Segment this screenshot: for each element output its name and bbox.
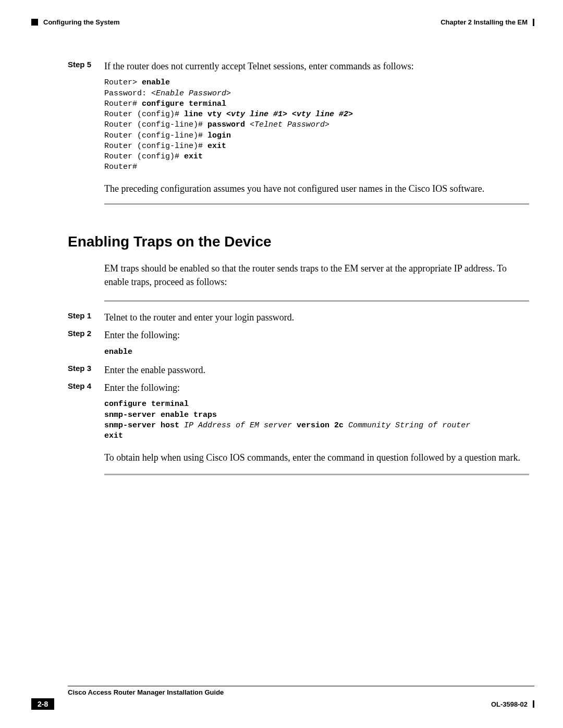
footer-bar-icon [533,700,534,708]
step-label: Step 3 [68,364,104,376]
step-2: Step 2 Enter the following: [68,329,529,341]
step-text: Enter the following: [104,381,180,394]
step-text: Enter the enable password. [104,364,205,376]
document-id: OL-3598-02 [491,700,534,708]
page-header: Configuring the System Chapter 2 Install… [31,18,534,26]
header-left: Configuring the System [31,18,120,26]
step-label: Step 2 [68,329,104,341]
step-5: Step 5 If the router does not currently … [68,60,529,72]
header-right: Chapter 2 Installing the EM [440,18,534,26]
paragraph: EM traps should be enabled so that the r… [104,262,529,289]
code-block-enable: enable [104,347,529,357]
section-divider [104,474,529,475]
footer-bottom-row: 2-8 OL-3598-02 [31,698,534,710]
heading-enabling-traps: Enabling Traps on the Device [68,233,529,250]
section-marker-icon [31,19,38,26]
page-number-tab: 2-8 [31,698,54,710]
step-label: Step 5 [68,60,104,72]
paragraph: The preceding configuration assumes you … [104,182,529,195]
code-block-snmp: configure terminal snmp-server enable tr… [104,399,529,441]
step-label: Step 4 [68,381,104,394]
step-text: Telnet to the router and enter your logi… [104,311,294,324]
step-text: If the router does not currently accept … [104,60,414,72]
section-name: Configuring the System [43,18,120,26]
footer-doc-title: Cisco Access Router Manager Installation… [68,688,534,696]
chapter-name: Chapter 2 Installing the EM [440,18,528,26]
step-label: Step 1 [68,311,104,324]
section-divider [104,300,529,302]
section-divider [104,203,529,205]
header-bar-icon [533,19,534,26]
code-block-telnet: Router> enable Password: <Enable Passwor… [104,78,529,172]
page-content: Step 5 If the router does not currently … [31,26,534,475]
paragraph: To obtain help when using Cisco IOS comm… [104,451,529,464]
page-footer: Cisco Access Router Manager Installation… [31,686,534,710]
step-1: Step 1 Telnet to the router and enter yo… [68,311,529,324]
step-text: Enter the following: [104,329,180,341]
step-3: Step 3 Enter the enable password. [68,364,529,376]
document-page: Configuring the System Chapter 2 Install… [0,0,563,728]
footer-rule [68,686,534,686]
step-4: Step 4 Enter the following: [68,381,529,394]
